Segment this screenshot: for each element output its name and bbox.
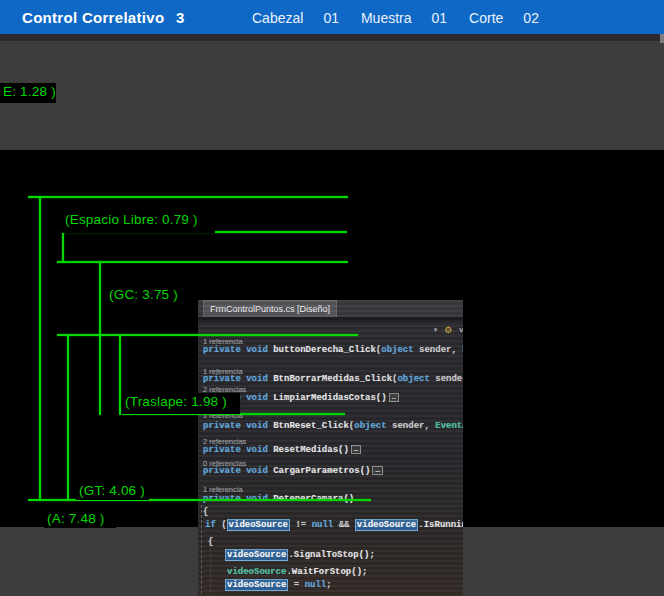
nav-item-corte[interactable]: Corte02 — [469, 10, 539, 26]
title-bar: Control Correlativo 3 Cabezal01Muestra01… — [0, 0, 664, 34]
correlative-number: 3 — [176, 9, 184, 26]
nav-value: 02 — [523, 10, 539, 26]
code-token: null — [305, 580, 327, 590]
measurement-line-h-gc-bot — [57, 334, 358, 336]
scrollbar-sliver[interactable] — [660, 34, 664, 43]
code-token: = — [288, 580, 304, 590]
measurement-label-gc: (GC: 3.75 ) — [106, 286, 184, 305]
code-token: videoSource — [225, 579, 288, 591]
measurement-label-gt: (GT: 4.06 ) — [76, 482, 149, 500]
measurement-line-v-traslape — [119, 334, 121, 415]
nav-label: Muestra — [361, 10, 412, 26]
measurement-label-traslape: (Traslape: 1.98 ) — [122, 393, 240, 414]
camera-view: FrmControlPuntos.cs [Diseño] ▾ ⚙ vi 1 re… — [0, 150, 664, 527]
measurement-line-v-a — [39, 196, 41, 501]
nav-item-muestra[interactable]: Muestra01 — [361, 10, 447, 26]
code-token: videoSource — [225, 549, 288, 561]
nav-value: 01 — [323, 10, 339, 26]
code-row: videoSource.SignalToStop(); — [225, 550, 375, 561]
code-row: videoSource = null; — [225, 580, 332, 591]
nav-label: Cabezal — [252, 10, 303, 26]
code-token: ; — [326, 580, 331, 590]
measurement-line-v-gc — [99, 261, 101, 415]
measurement-overlay: E: 1.28 )(Espacio Libre: 0.79 )(GC: 3.75… — [0, 150, 664, 527]
measurement-line-v-espacio — [62, 231, 64, 263]
app-window: Control Correlativo 3 Cabezal01Muestra01… — [0, 0, 664, 596]
header-nav: Cabezal01Muestra01Corte02 — [252, 10, 539, 26]
nav-label: Corte — [469, 10, 503, 26]
code-token: SignalToStop(); — [294, 550, 375, 560]
code-token: videoSource — [227, 567, 286, 577]
measurement-line-h-top — [28, 196, 348, 198]
code-row: videoSource.WaitForStop(); — [227, 567, 367, 578]
nav-value: 01 — [432, 10, 448, 26]
measurement-label-a: (A: 7.48 ) — [44, 510, 116, 528]
header-divider — [0, 34, 664, 41]
nav-item-cabezal[interactable]: Cabezal01 — [252, 10, 339, 26]
measurement-line-v-gt — [67, 334, 69, 501]
measurement-label-e: E: 1.28 ) — [0, 83, 56, 103]
code-row: { — [208, 537, 213, 548]
code-token: WaitForStop(); — [292, 567, 368, 577]
measurement-label-espacio: (Espacio Libre: 0.79 ) — [62, 211, 215, 233]
code-token: { — [208, 537, 213, 547]
app-title: Control Correlativo — [22, 9, 164, 26]
